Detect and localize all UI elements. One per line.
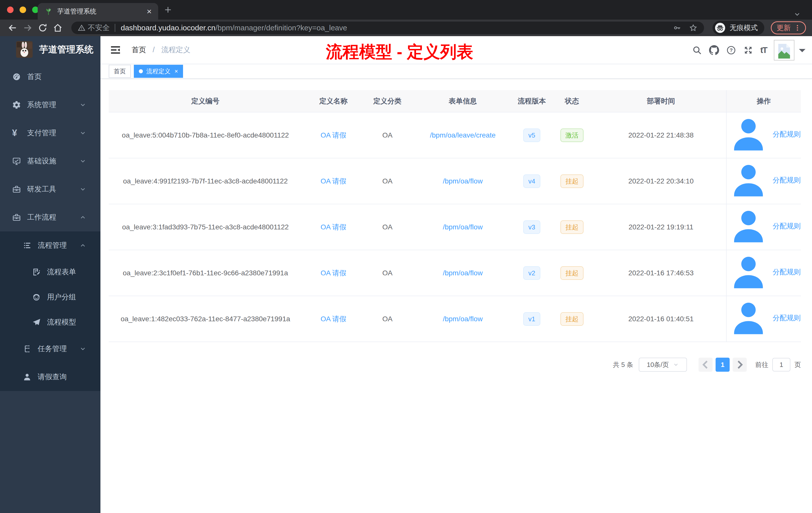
user-icon [23,372,32,382]
version-tag: v5 [523,128,540,142]
url-path: /bpm/manager/definition?key=oa_leave [215,24,347,32]
home-button[interactable] [53,23,63,33]
column-header-id: 定义编号 [109,90,302,112]
app-title: 芋道管理系统 [39,43,93,56]
breadcrumb-home[interactable]: 首页 [132,46,146,54]
sidebar-item-label: 首页 [27,72,42,82]
column-header-version: 流程版本 [516,90,548,112]
chevron-down-icon [79,101,86,109]
window-minimize-button[interactable] [20,6,26,13]
assign-rule-button[interactable]: 分配规则 [727,205,801,248]
search-icon[interactable] [692,45,702,55]
version-tag: v3 [523,220,540,234]
font-size-icon[interactable]: tT [760,45,767,55]
assign-rule-button[interactable]: 分配规则 [727,250,801,294]
tag-item[interactable]: 首页 [109,65,131,78]
user-icon [727,250,770,294]
sidebar-item-process-model[interactable]: 流程模型 [0,310,100,335]
page-unit-label: 页 [794,360,801,369]
pagination-total: 共 5 条 [613,360,633,369]
reload-button[interactable] [38,23,48,33]
sidebar-item-label: 系统管理 [27,100,56,110]
window-close-button[interactable] [7,6,13,13]
definition-name-link[interactable]: OA 请假 [321,131,347,139]
back-button[interactable] [7,23,18,33]
browser-menu-kebab-icon[interactable] [794,24,801,32]
status-badge: 挂起 [560,175,583,188]
cell-definition-id: oa_leave:4:991f2193-7b7f-11ec-a3c8-acde4… [109,158,302,204]
next-page-button[interactable] [733,358,747,372]
cell-definition-id: oa_leave:2:3c1f0ef1-76b1-11ec-9c66-a2380… [109,250,302,296]
tag-active[interactable]: 流程定义 × [134,65,183,78]
sidebar-item-user-group[interactable]: 用户分组 [0,284,100,310]
new-tab-button[interactable] [164,5,172,14]
sidebar-item-devtools[interactable]: 研发工具 [0,175,100,203]
table-row: oa_leave:2:3c1f0ef1-76b1-11ec-9c66-a2380… [109,250,801,296]
address-bar[interactable]: 不安全 dashboard.yudao.iocoder.cn /bpm/mana… [71,22,704,34]
svg-text:?: ? [730,48,733,53]
gear-icon [12,100,21,110]
sidebar-item-leave-query[interactable]: 请假查询 [0,363,100,391]
browser-chrome: 芋道管理系统 × 不安全 dashboard.yudao.iocoder.cn … [0,0,812,36]
status-badge: 激活 [560,128,583,142]
sidebar-item-workflow[interactable]: 工作流程 [0,203,100,232]
sidebar-item-task-mgmt[interactable]: 任务管理 [0,335,100,363]
sidebar-item-label: 任务管理 [38,344,67,354]
sidebar-item-label: 流程模型 [47,317,76,327]
cell-category: OA [365,112,410,158]
table-row: oa_leave:5:004b710b-7b8a-11ec-8ef0-acde4… [109,112,801,158]
cell-deploy-time: 2022-01-22 20:34:10 [596,158,726,204]
sidebar-item-infra[interactable]: 基础设施 [0,147,100,175]
tab-close-icon[interactable]: × [147,7,152,16]
sidebar-item-process-mgmt[interactable]: 流程管理 [0,232,100,260]
toolbox-icon [12,213,21,222]
prev-page-button[interactable] [698,358,713,372]
goto-page-input[interactable] [772,358,790,371]
current-page-button[interactable]: 1 [716,358,730,372]
security-label[interactable]: 不安全 [88,23,110,33]
form-info-link[interactable]: /bpm/oa/flow [443,177,483,185]
bookmark-star-icon[interactable] [689,24,697,32]
sidebar-collapse-button[interactable] [110,44,121,56]
definition-name-link[interactable]: OA 请假 [321,269,347,277]
sidebar-item-payment[interactable]: ¥ 支付管理 [0,119,100,147]
sidebar-item-process-form[interactable]: 流程表单 [0,260,100,284]
fullscreen-icon[interactable] [743,45,753,55]
sidebar-item-home[interactable]: 首页 [0,63,100,91]
browser-update-button[interactable]: 更新 [771,21,806,34]
browser-tab[interactable]: 芋道管理系统 × [38,3,158,20]
definition-name-link[interactable]: OA 请假 [321,177,347,185]
url-host: dashboard.yudao.iocoder.cn [121,24,215,32]
user-icon [727,296,770,339]
assign-rule-button[interactable]: 分配规则 [727,113,801,156]
cell-deploy-time: 2022-01-22 21:48:38 [596,112,726,158]
forward-button[interactable] [23,23,33,33]
sidebar-logo-row[interactable]: 芋道管理系统 [0,36,100,63]
definition-name-link[interactable]: OA 请假 [321,223,347,231]
version-tag: v4 [523,175,540,188]
tab-search-chevron-icon[interactable] [793,10,801,18]
cell-category: OA [365,204,410,250]
avatar-caret-down-icon[interactable] [799,49,806,56]
help-icon[interactable]: ? [726,45,736,55]
form-info-link[interactable]: /bpm/oa/flow [443,223,483,231]
assign-rule-button[interactable]: 分配规则 [727,159,801,202]
incognito-icon [715,22,726,33]
form-info-link[interactable]: /bpm/oa/flow [443,269,483,277]
avatar[interactable] [774,40,794,60]
page-content: 定义编号定义名称定义分类表单信息流程版本状态部署时间操作oa_leave:5:0… [100,79,812,372]
sidebar-item-system[interactable]: 系统管理 [0,91,100,119]
assign-rule-button[interactable]: 分配规则 [727,296,801,339]
user-icon [727,159,770,202]
main-area: 首页 / 流程定义 ? tT 首页 流程定义 × 定义编号定义名称定义分类表 [100,36,812,513]
definition-name-link[interactable]: OA 请假 [321,315,347,323]
pagination: 共 5 条 10条/页 1 前往 页 [109,358,801,372]
form-info-link[interactable]: /bpm/oa/flow [443,315,483,323]
page-size-select[interactable]: 10条/页 [639,358,687,372]
tag-close-icon[interactable]: × [174,68,178,74]
password-key-icon[interactable] [673,24,682,32]
gauge-icon [12,72,21,81]
cell-deploy-time: 2022-01-16 17:46:53 [596,250,726,296]
github-icon[interactable] [709,45,719,55]
form-info-link[interactable]: /bpm/oa/leave/create [430,131,496,139]
